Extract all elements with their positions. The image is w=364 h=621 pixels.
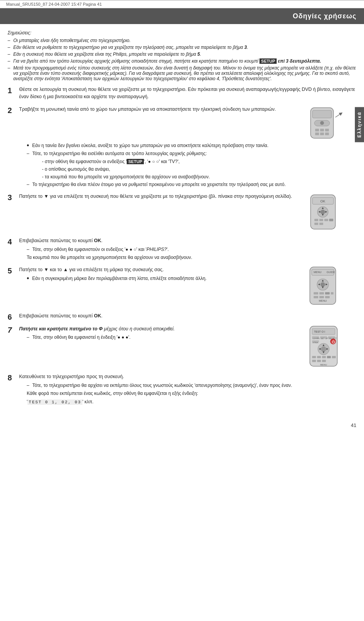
svg-rect-1 — [312, 110, 332, 118]
note-item-3: – Εάν η συσκευή που θέλετε να χειρίζεστε… — [8, 52, 356, 57]
remote-svg-7: TEST O I LEARN SET UP SELECT XTRA — [307, 325, 353, 367]
step-2-sub1: • Εάν η ταινία δεν βγαίνει εύκολα, ανοίξ… — [27, 142, 356, 149]
step-5-sub1: • Εάν η συγκεκριμένη μάρκα δεν περιλαμβά… — [27, 275, 302, 282]
step-number-1: 1 — [8, 86, 19, 95]
svg-rect-4 — [315, 129, 319, 131]
step-3-text: Πατήστε το ▼ για να επιλέξετε τη συσκευή… — [19, 193, 302, 202]
dash-icon: – — [8, 58, 10, 64]
note-item-2: – Εάν θέλετε να ρυθμίσετε το τηλεχειριστ… — [8, 45, 356, 50]
notes-section: Σημειώσεις: – Οι μπαταρίες είναι ήδη τοπ… — [8, 30, 356, 81]
step-6: 6 Επιβεβαιώστε πατώντας το κουμπί OK. — [8, 312, 356, 322]
svg-rect-67 — [312, 360, 316, 362]
svg-text:►: ► — [325, 210, 328, 213]
svg-point-3 — [320, 121, 324, 125]
svg-rect-37 — [325, 292, 330, 294]
svg-rect-21 — [324, 219, 328, 221]
svg-rect-35 — [314, 292, 318, 294]
step-4: 4 Επιβεβαιώστε πατώντας το κουμπί OK. – … — [8, 237, 356, 262]
step-5-row: Πατήστε το ▼ και το ▲ για να επιλέξετε τ… — [19, 266, 356, 309]
main-content: Σημειώσεις: – Οι μπαταρίες είναι ήδη τοπ… — [0, 24, 364, 419]
dash-icon: – — [27, 382, 29, 389]
step-8-sub1: – Τότε, το τηλεχειριστήριο θα αρχίσει να… — [27, 382, 356, 389]
dash-icon: – — [27, 181, 29, 188]
notes-heading: Σημειώσεις: — [8, 30, 356, 36]
svg-text:MENU: MENU — [319, 299, 327, 302]
svg-rect-8 — [320, 133, 324, 135]
svg-text:►: ► — [326, 347, 329, 351]
svg-text:▼: ▼ — [321, 286, 324, 289]
svg-rect-5 — [320, 129, 324, 131]
top-header: Manual_SRU5150_87 24-04-2007 15:47 Pagin… — [0, 0, 364, 8]
svg-text:▲: ▲ — [321, 279, 324, 282]
step-3: 3 Πατήστε το ▼ για να επιλέξετε τη συσκε… — [8, 193, 356, 233]
step-2-image — [307, 106, 356, 142]
step-2-content: Τραβήξτε τη μονωτική ταινία από το χώρο … — [19, 106, 356, 189]
svg-rect-68 — [317, 360, 321, 362]
remote-svg-5: MENU GUIDE ▲ ▼ ◄ ► — [307, 266, 349, 306]
step-5: 5 Πατήστε το ▼ και το ▲ για να επιλέξετε… — [8, 266, 356, 309]
step-2-sub3: – Το τηλεχειριστήριο θα είναι πλέον έτοι… — [27, 181, 356, 188]
note-item-1: – Οι μπαταρίες είναι ήδη τοποθετημένες σ… — [8, 38, 356, 43]
svg-text:▼: ▼ — [321, 213, 324, 217]
svg-rect-40 — [319, 296, 324, 298]
svg-text:◄: ◄ — [317, 283, 321, 286]
note-item-4: – Για να βγείτε από τον τρόπο λειτουργία… — [8, 58, 356, 64]
svg-rect-6 — [325, 129, 329, 131]
step-number-8: 8 — [8, 373, 19, 382]
title-bar: Οδηγίες χρήσεως — [0, 8, 364, 24]
svg-rect-65 — [327, 356, 331, 358]
header-text: Manual_SRU5150_87 24-04-2007 15:47 Pagin… — [6, 2, 102, 6]
dash-icon: – — [27, 334, 29, 341]
svg-text:LEARN: LEARN — [312, 337, 319, 340]
bullet-icon: • — [27, 142, 29, 149]
svg-rect-9 — [325, 133, 329, 135]
notes-list: – Οι μπαταρίες είναι ήδη τοποθετημένες σ… — [8, 38, 356, 81]
svg-text:⏻: ⏻ — [332, 340, 335, 344]
step-2-sub-details: - στην οθόνη θα εμφανιστούν οι ενδείξεις… — [42, 158, 356, 180]
svg-rect-64 — [322, 356, 326, 358]
svg-rect-41 — [325, 296, 330, 298]
step-2: 2 Τραβήξτε τη μονωτική ταινία από το χώρ… — [8, 106, 356, 189]
step-4-content: Επιβεβαιώστε πατώντας το κουμπί OK. – Τό… — [19, 237, 356, 262]
svg-rect-19 — [314, 219, 318, 221]
page-number: 41 — [0, 419, 364, 432]
step-number-5: 5 — [8, 266, 19, 275]
svg-text:◄: ◄ — [318, 210, 321, 213]
step-3-image: OK ▲ ▼ ◄ ► — [307, 193, 356, 233]
title-text: Οδηγίες χρήσεως — [293, 12, 356, 20]
svg-text:▲: ▲ — [321, 206, 324, 210]
step-5-content: Πατήστε το ▼ και το ▲ για να επιλέξετε τ… — [19, 266, 356, 309]
step-4-sub1: – Τότε, στην οθόνη θα εμφανιστούν οι ενδ… — [27, 246, 356, 253]
step-3-content: Πατήστε το ▼ για να επιλέξετε τη συσκευή… — [19, 193, 356, 233]
svg-rect-7 — [315, 133, 319, 135]
step-1-content: Θέστε σε λειτουργία τη συσκευή που θέλετ… — [19, 86, 356, 102]
svg-text:GUIDE: GUIDE — [327, 271, 335, 273]
step-number-6: 6 — [8, 312, 19, 322]
bullet-icon: • — [27, 275, 29, 282]
step-1: 1 Θέστε σε λειτουργία τη συσκευή που θέλ… — [8, 86, 356, 102]
svg-rect-39 — [314, 296, 318, 298]
dash-icon: – — [8, 38, 10, 43]
step-number-7: 7 — [8, 325, 19, 335]
step-number-2: 2 — [8, 106, 19, 115]
dash-icon: – — [8, 45, 10, 50]
step-7-content: Πατήστε και κρατήστε πατημένο το Φ μέχρι… — [19, 325, 356, 370]
step-5-image: MENU GUIDE ▲ ▼ ◄ ► — [307, 266, 356, 309]
dash-icon: – — [8, 65, 10, 71]
step-2-text: Τραβήξτε τη μονωτική ταινία από το χώρο … — [19, 106, 302, 115]
svg-rect-23 — [314, 223, 318, 225]
svg-rect-24 — [319, 223, 323, 225]
svg-text:►: ► — [325, 283, 328, 286]
remote-svg-2 — [307, 106, 349, 140]
svg-text:MENU: MENU — [314, 271, 322, 273]
step-7: 7 Πατήστε και κρατήστε πατημένο το Φ μέχ… — [8, 325, 356, 370]
step-number-3: 3 — [8, 193, 19, 202]
svg-rect-62 — [312, 356, 316, 358]
svg-text:▲: ▲ — [322, 343, 325, 347]
step-7-text: Πατήστε και κρατήστε πατημένο το Φ μέχρι… — [19, 325, 302, 342]
dash-icon: – — [8, 52, 10, 57]
step-7-image: TEST O I LEARN SET UP SELECT XTRA — [307, 325, 356, 370]
step-number-4: 4 — [8, 237, 19, 246]
step-5-text: Πατήστε το ▼ και το ▲ για να επιλέξετε τ… — [19, 266, 302, 283]
step-7-sub1: – Τότε, στην οθόνη θα εμφανιστεί η ένδει… — [27, 334, 302, 341]
